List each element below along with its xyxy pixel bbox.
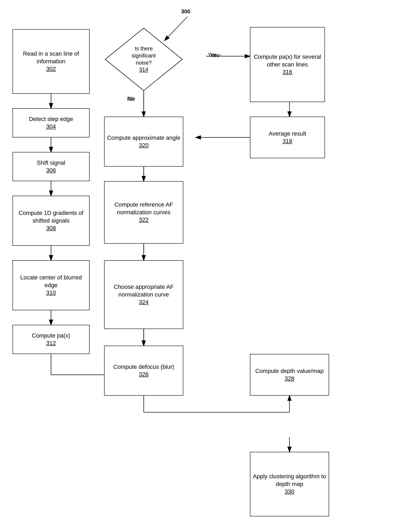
node-316: Compute pa(x) for several other scan lin…	[250, 27, 325, 102]
yes-flow-label: Yes→	[208, 52, 222, 58]
no-flow-label: No	[128, 95, 135, 102]
node-308: Compute 1D gradients of shifted signals …	[13, 196, 89, 246]
flowchart: 300	[0, 0, 393, 532]
node-318: Average result 318	[250, 117, 325, 158]
node-312: Compute pa(x) 312	[13, 325, 89, 354]
node-330: Apply clustering algorithm to depth map …	[250, 452, 329, 516]
diagram-label: 300	[181, 8, 190, 15]
node-302: Read in a scan line of information 302	[13, 29, 89, 94]
node-320: Compute approximate angle 320	[104, 117, 183, 166]
node-328: Compute depth value/map 328	[250, 354, 329, 396]
node-324: Choose appropriate AF normalization curv…	[104, 260, 183, 329]
node-314: Is theresignificantnoise?314	[104, 27, 183, 92]
node-322: Compute reference AF normalization curve…	[104, 181, 183, 244]
node-310: Locate center of blurred edge 310	[13, 260, 89, 310]
node-304: Detect step edge 304	[13, 108, 89, 137]
node-306: Shift signal 306	[13, 152, 89, 181]
node-326: Compute defocus (blur) 326	[104, 346, 183, 396]
